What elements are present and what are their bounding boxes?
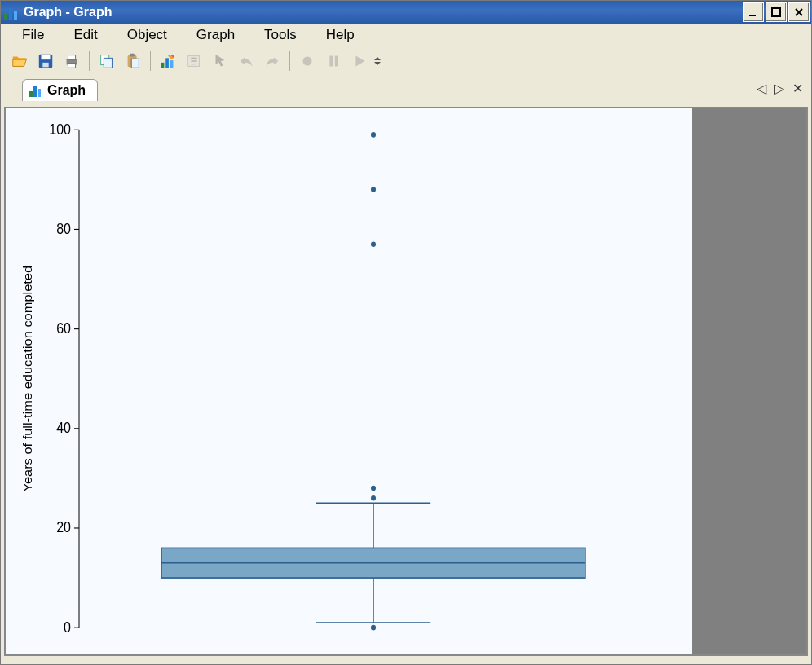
svg-rect-9 [104, 58, 112, 68]
svg-point-43 [371, 241, 376, 247]
svg-rect-19 [335, 56, 338, 67]
print-icon[interactable] [60, 49, 84, 73]
menu-file[interactable]: File [11, 24, 55, 46]
menu-tools[interactable]: Tools [253, 24, 308, 46]
pause-icon[interactable] [321, 49, 346, 73]
tab-next-icon[interactable]: ▷ [774, 81, 784, 96]
graph-plot: 020406080100Years of full-time education… [6, 108, 692, 654]
svg-point-42 [371, 486, 376, 491]
save-icon[interactable] [33, 49, 58, 73]
svg-text:20: 20 [56, 520, 71, 536]
paste-icon[interactable] [121, 49, 145, 73]
svg-point-40 [371, 625, 376, 631]
edit-graph-icon[interactable] [156, 49, 180, 73]
menu-graph[interactable]: Graph [185, 24, 246, 46]
graph-side-panel [692, 108, 806, 654]
tab-graph[interactable]: Graph [22, 79, 98, 101]
app-icon [4, 5, 19, 20]
tab-strip: Graph ◁ ▷ ✕ [1, 76, 811, 100]
svg-rect-1 [772, 8, 780, 16]
open-icon[interactable] [7, 49, 32, 73]
svg-text:80: 80 [56, 221, 71, 237]
maximize-button[interactable] [766, 2, 787, 22]
undo-icon[interactable] [234, 49, 258, 73]
svg-rect-4 [42, 63, 48, 68]
tab-prev-icon[interactable]: ◁ [757, 81, 766, 96]
tab-nav: ◁ ▷ ✕ [757, 81, 803, 96]
menu-object[interactable]: Object [116, 24, 179, 46]
app-window: Graph - Graph File Edit Object Graph Too… [0, 0, 812, 665]
bar-chart-icon [29, 84, 42, 97]
svg-text:0: 0 [64, 619, 71, 636]
record-icon[interactable] [295, 49, 320, 73]
svg-point-44 [371, 187, 376, 192]
toolbar [1, 46, 811, 76]
svg-text:100: 100 [49, 121, 71, 138]
copy-icon[interactable] [95, 49, 119, 73]
svg-rect-7 [68, 64, 75, 68]
svg-text:60: 60 [56, 320, 71, 337]
svg-text:Years of full-time education c: Years of full-time education completed [21, 266, 34, 492]
svg-rect-3 [42, 55, 51, 60]
menu-edit[interactable]: Edit [62, 24, 108, 46]
close-button[interactable] [788, 2, 810, 22]
play-icon[interactable] [347, 49, 372, 73]
svg-point-41 [371, 495, 376, 501]
svg-rect-15 [170, 60, 174, 68]
title-bar: Graph - Graph [1, 1, 811, 24]
svg-rect-12 [131, 59, 139, 68]
pointer-icon[interactable] [208, 49, 232, 73]
svg-rect-18 [329, 56, 333, 67]
graph-container: 020406080100Years of full-time education… [4, 107, 808, 656]
toolbar-overflow-icon[interactable] [373, 49, 382, 73]
menu-bar: File Edit Object Graph Tools Help [1, 24, 811, 46]
menu-help[interactable]: Help [315, 24, 366, 46]
window-title: Graph - Graph [24, 5, 112, 20]
svg-point-45 [371, 132, 376, 138]
redo-icon[interactable] [260, 49, 285, 73]
svg-rect-14 [165, 58, 169, 68]
rename-icon[interactable] [182, 49, 206, 73]
tab-label: Graph [47, 83, 86, 98]
svg-rect-0 [749, 15, 756, 16]
svg-rect-11 [130, 54, 135, 57]
svg-point-17 [303, 57, 312, 66]
tab-close-icon[interactable]: ✕ [792, 81, 803, 96]
svg-rect-13 [161, 63, 165, 68]
svg-text:40: 40 [56, 421, 71, 437]
minimize-button[interactable] [743, 2, 764, 22]
svg-rect-6 [68, 55, 75, 60]
